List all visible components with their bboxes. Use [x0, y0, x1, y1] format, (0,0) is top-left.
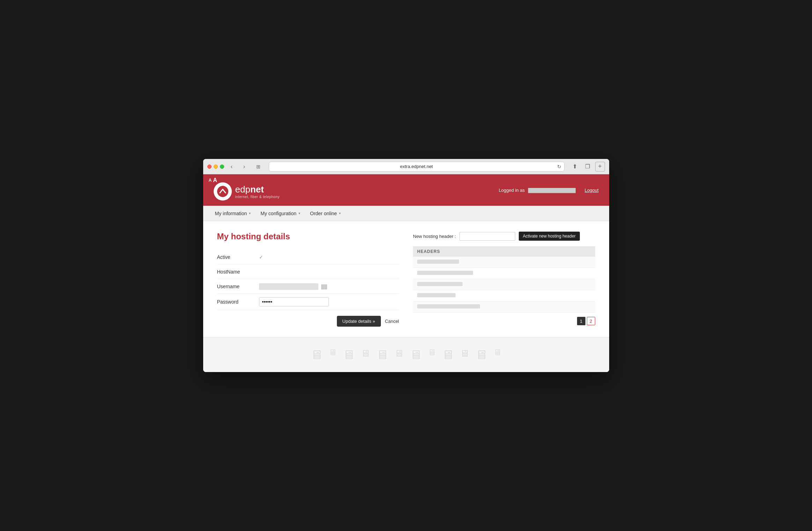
right-panel: New hosting header : Activate new hostin… — [413, 232, 595, 327]
logged-in-text: Logged in as ████████████████ — [499, 188, 578, 193]
password-row: Password — [217, 294, 399, 310]
maximize-button[interactable] — [220, 165, 224, 169]
hostname-row: HostName — [217, 264, 399, 279]
header-value — [417, 271, 473, 275]
monitor-icon-9: 🖥 — [442, 348, 454, 362]
reload-button[interactable]: ↻ — [557, 164, 561, 169]
logout-link[interactable]: Logout — [585, 188, 599, 193]
header-value — [417, 293, 456, 297]
headers-table: HEADERS — [413, 246, 595, 313]
header-row-item — [413, 279, 595, 290]
monitor-icon-7: 🖥 — [409, 348, 422, 362]
logo-subtitle: internet, fiber & telephony — [235, 195, 280, 199]
monitor-icon-4: 🖥 — [361, 348, 370, 362]
update-details-button[interactable]: Update details » — [337, 316, 381, 327]
logo-icon — [214, 182, 232, 201]
nav-order-online-arrow: ▾ — [339, 211, 341, 215]
headers-column-label: HEADERS — [413, 246, 595, 257]
nav-bar: My information ▾ My configuration ▾ Orde… — [203, 206, 609, 221]
page-1-button[interactable]: 1 — [577, 317, 585, 325]
active-label: Active — [217, 254, 259, 260]
monitor-icon-10: 🖥 — [460, 348, 470, 362]
page-header: A A edp net internet, fiber & telephony … — [203, 174, 609, 206]
new-header-label: New hosting header : — [413, 234, 456, 239]
activate-header-button[interactable]: Activate new hosting header — [519, 232, 580, 241]
active-checkmark: ✓ — [259, 254, 399, 260]
forward-button[interactable]: › — [239, 162, 249, 172]
header-value — [417, 282, 463, 286]
monitor-icon-6: 🖥 — [394, 348, 404, 362]
browser-titlebar: ‹ › ⊞ extra.edpnet.net ↻ ⬆ ❐ + — [203, 159, 609, 174]
monitor-icon-2: 🖥 — [329, 348, 337, 362]
header-value — [417, 304, 480, 308]
nav-my-configuration-arrow: ▾ — [298, 211, 300, 215]
hostname-label: HostName — [217, 269, 259, 275]
monitor-icon-8: 🖥 — [428, 348, 436, 362]
minimize-button[interactable] — [214, 165, 218, 169]
header-right: Logged in as ████████████████ Logout — [499, 188, 599, 193]
new-tab-button[interactable]: + — [595, 162, 605, 172]
monitor-icon-12: 🖥 — [493, 348, 502, 362]
address-bar: extra.edpnet.net ↻ — [269, 162, 564, 172]
svg-point-0 — [217, 186, 228, 197]
monitor-icon-1: 🖥 — [310, 348, 323, 362]
header-row-item — [413, 301, 595, 313]
cancel-link[interactable]: Cancel — [385, 319, 399, 324]
username-label: Username — [217, 284, 259, 289]
close-button[interactable] — [207, 165, 212, 169]
nav-my-configuration-label: My configuration — [260, 211, 296, 216]
nav-my-information[interactable]: My information ▾ — [210, 206, 256, 221]
left-panel: My hosting details Active ✓ HostName Use… — [217, 232, 399, 327]
browser-window: ‹ › ⊞ extra.edpnet.net ↻ ⬆ ❐ + A A edp — [203, 159, 609, 372]
logged-in-label: Logged in as — [499, 188, 525, 193]
traffic-lights — [207, 165, 224, 169]
main-content: My hosting details Active ✓ HostName Use… — [203, 221, 609, 337]
password-label: Password — [217, 299, 259, 305]
form-actions: Update details » Cancel — [217, 316, 399, 327]
logo-text: edp net internet, fiber & telephony — [235, 184, 280, 199]
logo-edp: edp — [235, 184, 250, 195]
footer-icons: 🖥 🖥 🖥 🖥 🖥 🖥 🖥 🖥 🖥 🖥 🖥 🖥 — [310, 348, 502, 362]
logo-area: edp net internet, fiber & telephony — [214, 182, 280, 201]
active-row: Active ✓ — [217, 250, 399, 264]
header-row-item — [413, 290, 595, 301]
font-large-button[interactable]: A — [213, 177, 217, 183]
password-input[interactable] — [259, 297, 329, 306]
share-button[interactable]: ⬆ — [570, 162, 580, 172]
header-row-item — [413, 257, 595, 268]
back-button[interactable]: ‹ — [227, 162, 237, 172]
username-value: ████████████ ██ — [259, 284, 399, 289]
header-row-item — [413, 268, 595, 279]
page-2-button[interactable]: 2 — [587, 317, 595, 325]
header-value — [417, 260, 459, 264]
sidebar-button[interactable]: ⊞ — [253, 162, 263, 172]
nav-my-information-label: My information — [215, 211, 247, 216]
username-row: Username ████████████ ██ — [217, 279, 399, 294]
logo-net: net — [250, 184, 264, 195]
username-masked: ████████████████ — [528, 188, 576, 193]
nav-order-online-label: Order online — [310, 211, 337, 216]
monitor-icon-5: 🖥 — [376, 348, 389, 362]
pagination: 1 2 — [413, 317, 595, 325]
page-title: My hosting details — [217, 232, 399, 241]
monitor-icon-11: 🖥 — [475, 348, 488, 362]
monitor-icon-3: 🖥 — [342, 348, 355, 362]
new-header-input[interactable] — [459, 232, 515, 241]
nav-my-configuration[interactable]: My configuration ▾ — [256, 206, 305, 221]
new-header-row: New hosting header : Activate new hostin… — [413, 232, 595, 241]
font-small-button[interactable]: A — [209, 178, 212, 183]
tabs-button[interactable]: ❐ — [583, 162, 592, 172]
nav-order-online[interactable]: Order online ▾ — [305, 206, 346, 221]
url-text: extra.edpnet.net — [400, 164, 433, 169]
nav-my-information-arrow: ▾ — [249, 211, 251, 215]
footer-area: 🖥 🖥 🖥 🖥 🖥 🖥 🖥 🖥 🖥 🖥 🖥 🖥 — [203, 337, 609, 372]
